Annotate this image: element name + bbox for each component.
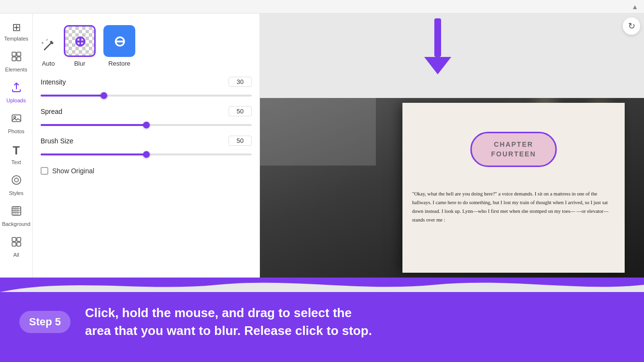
spread-section: Spread 50: [41, 106, 252, 130]
spread-value[interactable]: 50: [229, 106, 252, 116]
sidebar-item-background[interactable]: Background: [2, 202, 31, 231]
sidebar-item-templates[interactable]: ⊞ Templates: [2, 17, 31, 45]
intensity-slider-track[interactable]: [41, 95, 252, 97]
arrow-head: [424, 57, 451, 74]
top-bar: ▲: [0, 0, 644, 14]
show-original-label: Show Original: [52, 167, 94, 175]
book-text: "Okay, what the hell are you doing here?…: [412, 190, 615, 224]
sidebar-item-styles[interactable]: Styles: [2, 171, 31, 200]
uploads-icon: [11, 82, 22, 96]
sidebar-label-background: Background: [2, 221, 30, 227]
sidebar-item-elements[interactable]: Elements: [2, 47, 31, 76]
sidebar-label-elements: Elements: [5, 67, 28, 72]
refresh-button[interactable]: ↻: [623, 17, 640, 35]
text-icon: T: [13, 144, 20, 157]
top-chevron-icon: ▲: [631, 3, 638, 11]
canvas-area[interactable]: ↻ CHAPTER FOURTEEN: [260, 14, 644, 278]
refresh-icon: ↻: [628, 21, 635, 31]
intensity-slider-fill: [41, 95, 104, 97]
all-icon: [11, 237, 22, 250]
panel: Auto ⊕ Blur ⊖ Restore Intensity 30: [33, 14, 260, 278]
intensity-label: Intensity: [41, 78, 66, 86]
brush-size-slider-fill: [41, 153, 146, 155]
book-page: CHAPTER FOURTEEN "Okay, what the hell ar…: [402, 103, 625, 273]
blur-tool-button[interactable]: ⊕ Blur: [64, 25, 96, 67]
sidebar-item-text[interactable]: T Text: [2, 140, 31, 169]
step-badge: Step 5: [19, 311, 71, 333]
svg-point-6: [12, 176, 21, 184]
book-body-text: "Okay, what the hell are you doing here?…: [412, 191, 609, 223]
blur-tool-icon: ⊕: [64, 25, 96, 57]
background-icon: [11, 206, 22, 219]
templates-icon: ⊞: [12, 21, 21, 34]
svg-rect-8: [12, 207, 21, 215]
restore-tool-icon: ⊖: [103, 25, 135, 57]
chapter-badge: CHAPTER FOURTEEN: [471, 132, 557, 167]
auto-tool-button[interactable]: Auto: [41, 38, 56, 67]
sidebar: ⊞ Templates Elements Uploads: [0, 14, 33, 278]
svg-line-19: [44, 43, 51, 50]
sidebar-label-templates: Templates: [4, 36, 28, 42]
bottom-banner: Step 5 Click, hold the mouse, and drag t…: [0, 278, 644, 362]
spread-header: Spread 50: [41, 106, 252, 116]
sidebar-item-all[interactable]: All: [2, 233, 31, 262]
show-original-row: Show Original: [41, 167, 252, 175]
sidebar-item-uploads[interactable]: Uploads: [2, 78, 31, 107]
brush-size-slider-track[interactable]: [41, 153, 252, 155]
svg-rect-17: [12, 242, 16, 246]
show-original-checkbox[interactable]: [41, 167, 48, 175]
main-area: ⊞ Templates Elements Uploads: [0, 14, 644, 278]
arrow-down: [424, 18, 451, 74]
intensity-header: Intensity 30: [41, 77, 252, 87]
intensity-section: Intensity 30: [41, 77, 252, 100]
blur-area: [260, 98, 376, 166]
step-label: Step 5: [29, 316, 61, 328]
sidebar-label-text: Text: [11, 159, 21, 165]
minus-circle-icon: ⊖: [114, 33, 126, 50]
spread-label: Spread: [41, 108, 62, 115]
svg-point-5: [14, 116, 15, 118]
brush-size-slider-thumb[interactable]: [143, 151, 150, 158]
sidebar-label-uploads: Uploads: [6, 97, 26, 103]
auto-tool-label: Auto: [42, 60, 55, 67]
sidebar-label-styles: Styles: [9, 190, 24, 196]
spread-slider-fill: [41, 124, 146, 126]
tool-buttons: Auto ⊕ Blur ⊖ Restore: [41, 21, 252, 71]
brush-size-label: Brush Size: [41, 137, 73, 145]
svg-point-7: [14, 178, 18, 182]
brush-size-value[interactable]: 50: [229, 136, 252, 146]
svg-line-24: [46, 40, 47, 41]
step-text-content: Click, hold the mouse, and drag to selec…: [85, 306, 372, 337]
brush-size-header: Brush Size 50: [41, 136, 252, 146]
canvas-container: ↻ CHAPTER FOURTEEN: [260, 14, 644, 278]
svg-rect-18: [17, 242, 21, 246]
svg-rect-15: [12, 237, 16, 241]
step-description: Click, hold the mouse, and drag to selec…: [85, 304, 372, 339]
book-image: CHAPTER FOURTEEN "Okay, what the hell ar…: [260, 98, 644, 278]
styles-icon: [11, 175, 22, 188]
restore-tool-button[interactable]: ⊖ Restore: [103, 25, 135, 67]
spread-slider-track[interactable]: [41, 124, 252, 126]
svg-rect-3: [17, 57, 21, 61]
wave-top: [0, 278, 644, 292]
restore-tool-label: Restore: [108, 60, 130, 67]
brush-size-section: Brush Size 50: [41, 136, 252, 159]
wand-icon: [41, 38, 56, 57]
svg-rect-1: [17, 52, 21, 56]
sidebar-label-photos: Photos: [8, 128, 24, 134]
elements-icon: [11, 51, 22, 65]
sidebar-label-all: All: [13, 252, 19, 258]
sidebar-item-photos[interactable]: Photos: [2, 109, 31, 138]
svg-rect-16: [17, 237, 21, 241]
plus-circle-icon: ⊕: [74, 33, 86, 50]
svg-rect-0: [12, 52, 16, 56]
chapter-text: CHAPTER FOURTEEN: [491, 140, 536, 158]
intensity-value[interactable]: 30: [229, 77, 252, 87]
photos-icon: [11, 113, 22, 126]
svg-rect-2: [12, 57, 16, 61]
arrow-shaft: [434, 18, 441, 57]
spread-slider-thumb[interactable]: [143, 122, 150, 128]
intensity-slider-thumb[interactable]: [100, 92, 107, 99]
blur-tool-label: Blur: [74, 60, 85, 67]
